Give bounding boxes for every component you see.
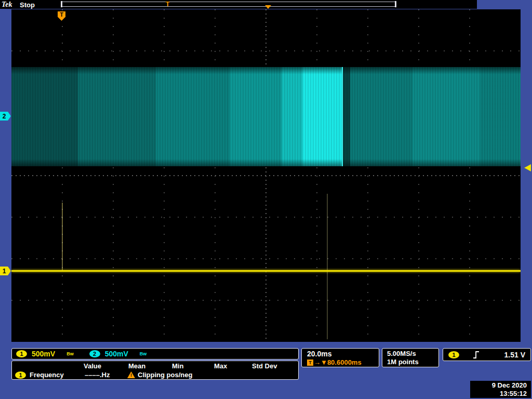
time-value: 13:55:12 [470,390,527,398]
record-length: 1M points [387,358,438,366]
record-view-bar[interactable]: T [61,2,396,7]
ch2-band-segment [78,67,156,166]
delay-value: 80.6000ms [327,358,362,366]
meas-warning-text: Clipping pos/neg [138,371,192,379]
ch2-band-segment [302,67,343,166]
ch2-band-segment [156,67,230,166]
ch2-band-segment [11,67,78,166]
channel-readout-bar: 1 500mV Bw 2 500mV Bw [11,348,299,360]
meas-value: ––––.Hz [85,371,110,379]
channel1-position-marker[interactable]: 1 [0,267,11,275]
tek-logo: Tek [2,1,12,9]
datetime-display: 9 Dec 2020 13:55:12 [470,381,531,398]
ch2-band-segment [343,67,350,166]
ch1-trace [11,270,521,272]
trigger-level-arrow[interactable] [524,164,531,171]
trigger-level-value: 1.51 V [504,351,525,359]
ch1-scale[interactable]: 500mV [32,350,55,358]
ch1-bandwidth-icon: Bw [66,351,74,356]
ch2-band-segment [480,67,521,166]
channel1-marker-label: 1 [3,268,6,275]
col-header-value: Value [84,362,101,370]
col-header-stddev: Std Dev [252,362,277,370]
ch2-band-segment [350,67,413,166]
graticule [11,9,521,342]
ch1-badge[interactable]: 1 [16,350,27,357]
col-header-mean: Mean [128,362,145,370]
record-view-left-bracket [61,1,62,7]
delay-arrows-icon: →▼ [314,358,327,366]
record-view-right-bracket [395,1,396,7]
ch1-glitch [62,203,63,272]
grid-line-horizontal [11,50,521,51]
delay-readout: T →▼ 80.6000ms [307,358,379,366]
warning-icon: ! [127,371,135,378]
ch2-bandwidth-icon: Bw [140,351,147,356]
col-header-min: Min [172,362,183,370]
trigger-source-badge: 1 [448,351,459,358]
meas-name: Frequency [30,371,64,379]
delay-trigger-chip: T [307,360,313,366]
sample-rate: 5.00MS/s [387,350,438,358]
trigger-slope-icon [473,351,480,358]
trigger-readout[interactable]: 1 1.51 V [443,348,531,361]
acquisition-readout: 5.00MS/s 1M points [382,348,439,367]
col-header-max: Max [214,362,227,370]
horizontal-readout[interactable]: 20.0ms T →▼ 80.6000ms [301,348,379,367]
ch2-edge-line [342,67,343,166]
record-trigger-marker: T [166,1,169,8]
ch1-glitch [327,194,328,339]
grid-line-horizontal [11,217,521,218]
ch2-badge[interactable]: 2 [89,350,100,357]
ch2-band-segment [282,67,302,166]
ch2-scale[interactable]: 500mV [105,350,128,358]
channel2-position-marker[interactable]: 2 [0,112,11,121]
measurement-table: Value Mean Min Max Std Dev 1 Frequency –… [11,361,299,380]
grid-line-horizontal [11,258,521,259]
channel2-marker-label: 2 [3,113,6,120]
ch2-waveform-band [11,67,521,166]
date-value: 9 Dec 2020 [470,381,527,390]
top-status-bar: Tek Stop T [0,0,477,9]
meas-ch1-badge: 1 [15,371,26,379]
ch2-band-segment [230,67,282,166]
timebase-value: 20.0ms [307,350,379,358]
grid-line-horizontal [11,175,521,176]
ch2-band-segment [413,67,480,166]
grid-line-horizontal [11,300,521,301]
expansion-point-icon [265,5,271,9]
acquisition-status: Stop [20,1,35,9]
